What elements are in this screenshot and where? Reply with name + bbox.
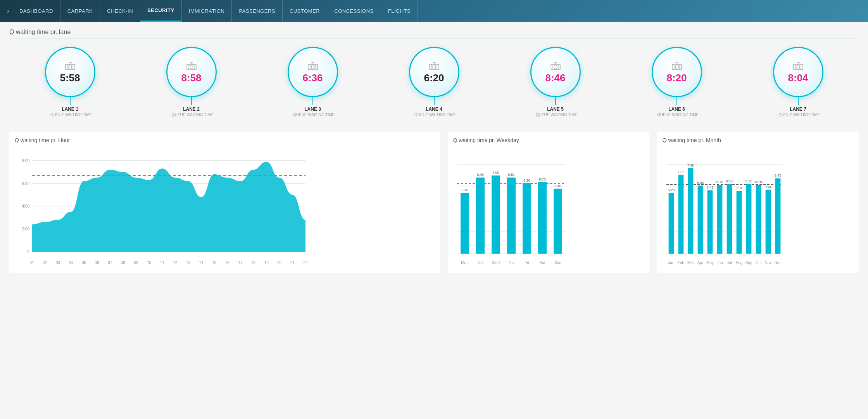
lane-sublabel-4: - QUEUE WAITING TIME bbox=[412, 113, 456, 117]
nav-dashboard[interactable]: DASHBOARD bbox=[12, 0, 60, 22]
x-label: 02 bbox=[43, 261, 47, 265]
bar bbox=[765, 190, 771, 254]
svg-point-21 bbox=[433, 65, 436, 69]
x-label: 22 bbox=[303, 261, 308, 265]
svg-point-39 bbox=[797, 65, 800, 69]
bar-label: 6:81 bbox=[508, 173, 515, 177]
lane-stem-1 bbox=[70, 97, 71, 105]
hour-chart-svg: 02:004:006:008:0001020304050607080910111… bbox=[15, 147, 309, 267]
lane-stem-2 bbox=[191, 97, 192, 105]
bar bbox=[554, 189, 562, 254]
bar-label: 6:10 bbox=[716, 180, 723, 184]
bar bbox=[538, 182, 547, 254]
svg-point-15 bbox=[311, 65, 314, 69]
nav-concessions[interactable]: CONCESSIONS bbox=[327, 0, 381, 22]
y-label: 4:00 bbox=[22, 204, 30, 208]
x-label: 16 bbox=[225, 261, 230, 265]
x-label: Jul bbox=[727, 261, 732, 265]
weekday-chart-svg: 5:26Mon6:49Tue7:00Wed6:81Thu6:20Fri6:26S… bbox=[453, 147, 569, 267]
nav-immigration[interactable]: IMMIGRATION bbox=[182, 0, 232, 22]
lane-circle-5: 8:46 bbox=[530, 47, 581, 97]
lane-item-7: 8:04 LANE 7 - QUEUE WAITING TIME bbox=[737, 47, 859, 117]
lane-time-3: 6:36 bbox=[302, 73, 323, 83]
lanes-section-title: Q waiting time pr. lane bbox=[9, 29, 859, 38]
x-label: 19 bbox=[264, 261, 269, 265]
month-chart-title: Q waiting time pr. Month bbox=[663, 137, 853, 143]
bar-label: 5:26 bbox=[668, 188, 675, 192]
x-label: 13 bbox=[186, 261, 191, 265]
bar-label: 6:26 bbox=[539, 177, 546, 181]
bar bbox=[461, 193, 469, 254]
x-label: Thu bbox=[508, 261, 514, 265]
lane-name-5: LANE 5 bbox=[547, 106, 564, 112]
bar-label: 5:37 bbox=[736, 186, 743, 190]
bar bbox=[697, 185, 703, 254]
bar bbox=[726, 184, 732, 254]
lane-circle-7: 8:04 bbox=[773, 47, 823, 97]
nav-flights[interactable]: FLIGHTS bbox=[381, 0, 418, 22]
bar bbox=[507, 177, 516, 254]
lane-name-1: LANE 1 bbox=[62, 106, 78, 112]
bar-label: 6:20 bbox=[523, 179, 530, 182]
x-label: 08 bbox=[121, 261, 126, 265]
lane-stem-6 bbox=[676, 97, 677, 105]
bar-label: 6:14 bbox=[726, 179, 733, 183]
lane-name-6: LANE 6 bbox=[668, 106, 685, 112]
x-label: 12 bbox=[173, 261, 178, 265]
lane-item-6: 8:20 LANE 6 - QUEUE WAITING TIME bbox=[616, 47, 737, 117]
nav-checkin[interactable]: CHECK-IN bbox=[100, 0, 140, 22]
svg-point-3 bbox=[69, 65, 72, 69]
bar bbox=[756, 185, 761, 254]
y-label: 2:00 bbox=[22, 227, 30, 231]
bar-label: 7:05 bbox=[678, 170, 685, 174]
x-label: Nov bbox=[764, 261, 771, 265]
nav-customer[interactable]: CUSTOMER bbox=[283, 0, 327, 22]
weekday-chart-block: Q waiting time pr. Weekday 5:26Mon6:49Tu… bbox=[448, 132, 649, 273]
lane-stem-7 bbox=[798, 97, 799, 105]
lane-circle-6: 8:20 bbox=[652, 47, 702, 97]
lane-circle-4: 6:20 bbox=[409, 47, 459, 97]
lane-time-2: 8:58 bbox=[181, 73, 201, 83]
lane-circle-2: 8:58 bbox=[166, 47, 217, 97]
bar bbox=[736, 191, 742, 254]
lane-item-5: 8:46 LANE 5 - QUEUE WAITING TIME bbox=[495, 47, 616, 117]
nav-security[interactable]: SECURITY bbox=[140, 0, 182, 22]
nav-bar: › DASHBOARD CARPARK CHECK-IN SECURITY IM… bbox=[0, 0, 868, 22]
lane-item-2: 8:58 LANE 2 - QUEUE WAITING TIME bbox=[131, 47, 252, 117]
bar-label: 5:41 bbox=[707, 185, 714, 189]
bar-label: 5:49 bbox=[554, 184, 561, 188]
lane-time-4: 6:20 bbox=[424, 73, 444, 83]
lanes-row: 5:58 LANE 1 - QUEUE WAITING TIME 8:58 LA… bbox=[9, 43, 859, 121]
bar-label: 5:26 bbox=[461, 188, 468, 192]
lane-sublabel-7: - QUEUE WAITING TIME bbox=[776, 113, 820, 117]
bar-label: 6:49 bbox=[477, 173, 484, 177]
scanner-icon-5 bbox=[550, 61, 561, 72]
x-label: 15 bbox=[212, 261, 217, 265]
x-label: Sat bbox=[539, 261, 545, 265]
x-label: 05 bbox=[82, 261, 86, 265]
x-label: Sun bbox=[554, 261, 561, 265]
x-label: 04 bbox=[69, 261, 73, 265]
x-label: 06 bbox=[95, 261, 100, 265]
lane-name-3: LANE 3 bbox=[304, 106, 321, 112]
nav-passengers[interactable]: PASSENGERS bbox=[232, 0, 283, 22]
x-label: Jun bbox=[716, 261, 723, 265]
scanner-icon-2 bbox=[186, 61, 197, 72]
x-label: Oct bbox=[756, 261, 762, 265]
x-label: Fri bbox=[525, 261, 529, 265]
lane-sublabel-3: - QUEUE WAITING TIME bbox=[291, 113, 335, 117]
lane-name-4: LANE 4 bbox=[426, 106, 442, 112]
x-label: 18 bbox=[251, 261, 256, 265]
nav-arrow[interactable]: › bbox=[4, 0, 12, 22]
bar bbox=[492, 175, 500, 254]
lane-item-1: 5:58 LANE 1 - QUEUE WAITING TIME bbox=[9, 47, 131, 117]
x-label: Feb bbox=[678, 261, 685, 265]
bar bbox=[707, 190, 713, 254]
scanner-icon-1 bbox=[65, 61, 76, 72]
scanner-icon-7 bbox=[793, 61, 804, 72]
lane-item-4: 6:20 LANE 4 - QUEUE WAITING TIME bbox=[373, 47, 495, 117]
lane-stem-3 bbox=[312, 97, 313, 105]
hour-chart-block: Q waiting time pr. Hour 02:004:006:008:0… bbox=[9, 132, 440, 273]
bar-label: 6:10 bbox=[755, 180, 762, 184]
nav-carpark[interactable]: CARPARK bbox=[60, 0, 100, 22]
